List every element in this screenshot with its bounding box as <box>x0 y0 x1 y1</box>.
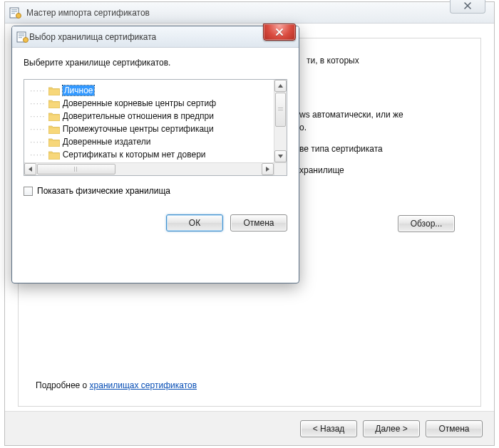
next-button[interactable]: Далее > <box>363 420 420 437</box>
scroll-right-button[interactable] <box>262 163 274 175</box>
browse-button[interactable]: Обзор... <box>398 215 455 232</box>
vertical-scroll-thumb[interactable] <box>275 93 286 127</box>
certificate-stores-link[interactable]: хранилищах сертификатов <box>90 380 197 390</box>
tree-item[interactable]: ····· Доверительные отношения в предпри <box>30 110 271 123</box>
svg-point-9 <box>24 37 29 42</box>
store-tree-viewport[interactable]: ····· Личное····· Доверенные корневые це… <box>24 80 274 162</box>
wizard-close-button[interactable] <box>450 0 485 14</box>
folder-icon <box>48 112 60 121</box>
chevron-left-icon <box>29 167 32 172</box>
svg-point-4 <box>16 13 21 18</box>
link-prefix: Подробнее о <box>36 380 90 390</box>
checkbox-label: Показать физические хранилища <box>37 186 170 196</box>
svg-rect-6 <box>19 33 24 34</box>
tree-branch-decoration: ····· <box>30 137 46 147</box>
svg-rect-7 <box>19 35 24 36</box>
close-icon <box>275 28 284 36</box>
svg-rect-1 <box>11 9 17 10</box>
close-icon <box>463 1 472 10</box>
wizard-text-fragment: хранилище <box>299 165 463 175</box>
tree-branch-decoration: ····· <box>30 85 46 95</box>
chevron-right-icon <box>266 167 269 172</box>
folder-icon <box>48 99 60 108</box>
dialog-instruction: Выберите хранилище сертификатов. <box>24 58 287 68</box>
wizard-titlebar[interactable]: Мастер импорта сертификатов <box>5 2 494 24</box>
tree-item[interactable]: ····· Сертификаты к которым нет довери <box>30 148 271 161</box>
chevron-down-icon <box>278 155 283 158</box>
wizard-cancel-button[interactable]: Отмена <box>426 420 483 437</box>
horizontal-scrollbar[interactable] <box>24 162 274 175</box>
folder-icon <box>48 125 60 134</box>
folder-icon <box>48 137 60 147</box>
dialog-titlebar[interactable]: Выбор хранилища сертификата <box>12 26 299 48</box>
tree-item[interactable]: ····· Личное <box>30 84 271 97</box>
wizard-text-fragment: ws автоматически, или же <box>299 110 463 120</box>
chevron-up-icon <box>278 84 283 88</box>
scroll-up-button[interactable] <box>274 80 287 92</box>
tree-item-label: Доверительные отношения в предпри <box>63 111 214 121</box>
wizard-text-fragment: о. <box>299 123 463 132</box>
wizard-text-fragment: ти, в которых <box>307 56 463 66</box>
svg-rect-2 <box>11 11 17 11</box>
dialog-close-button[interactable] <box>263 24 296 41</box>
back-button[interactable]: < Назад <box>300 420 357 437</box>
svg-rect-3 <box>11 13 15 14</box>
scroll-down-button[interactable] <box>274 150 287 162</box>
wizard-text-fragment: ве типа сертификата <box>299 144 463 154</box>
tree-branch-decoration: ····· <box>30 111 46 121</box>
tree-item[interactable]: ····· Доверенные издатели <box>30 135 271 148</box>
certificate-app-icon <box>16 31 29 43</box>
tree-item[interactable]: ····· Промежуточные центры сертификаци <box>30 123 271 135</box>
wizard-title: Мастер импорта сертификатов <box>26 8 150 18</box>
folder-icon <box>48 150 60 160</box>
ok-button[interactable]: ОК <box>166 214 223 231</box>
tree-item-label: Доверенные корневые центры сертиф <box>63 98 216 108</box>
tree-item-label: Доверенные издатели <box>63 137 151 147</box>
tree-branch-decoration: ····· <box>30 124 46 134</box>
tree-branch-decoration: ····· <box>30 150 46 160</box>
horizontal-scroll-thumb[interactable] <box>37 164 115 174</box>
certificate-app-icon <box>9 6 22 19</box>
folder-icon <box>48 86 60 95</box>
checkbox-icon <box>24 187 33 196</box>
tree-branch-decoration: ····· <box>30 98 46 108</box>
wizard-footer: < Назад Далее > Отмена <box>5 411 494 445</box>
folder-icon <box>48 86 60 95</box>
dialog-button-row: ОК Отмена <box>12 203 299 231</box>
dialog-title: Выбор хранилища сертификата <box>29 32 156 42</box>
store-tree: ····· Личное····· Доверенные корневые це… <box>24 79 287 176</box>
folder-icon <box>48 125 60 134</box>
vertical-scrollbar[interactable] <box>274 80 287 162</box>
tree-item-label: Личное <box>63 85 95 95</box>
folder-icon <box>48 137 60 147</box>
show-physical-checkbox[interactable]: Показать физические хранилища <box>24 186 287 196</box>
wizard-help-row: Подробнее о хранилищах сертификатов <box>36 380 197 390</box>
tree-item-label: Сертификаты к которым нет довери <box>63 150 206 160</box>
tree-item-label: Промежуточные центры сертификаци <box>63 124 214 134</box>
scroll-left-button[interactable] <box>24 163 36 175</box>
dialog-body: Выберите хранилище сертификатов. ····· Л… <box>12 48 299 203</box>
folder-icon <box>48 112 60 121</box>
tree-item[interactable]: ····· Доверенные корневые центры сертиф <box>30 97 271 110</box>
svg-rect-8 <box>19 37 22 38</box>
folder-icon <box>48 99 60 108</box>
folder-icon <box>48 150 60 160</box>
scrollbar-corner <box>274 162 287 175</box>
dialog-cancel-button[interactable]: Отмена <box>230 214 287 231</box>
select-store-dialog: Выбор хранилища сертификата Выберите хра… <box>11 26 299 283</box>
